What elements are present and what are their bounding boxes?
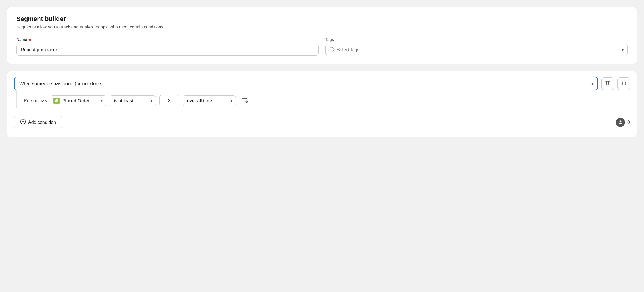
- svg-rect-1: [623, 82, 626, 85]
- add-circle-icon: [20, 119, 26, 126]
- count-value-input[interactable]: [159, 95, 179, 106]
- event-select[interactable]: Placed Order Viewed Product Added to Car…: [51, 95, 106, 106]
- condition-type-wrapper: What someone has done (or not done) Prop…: [14, 77, 598, 90]
- operator-select-wrapper: is at least is at most equals does not e…: [110, 95, 156, 106]
- name-group: Name ★: [16, 37, 319, 56]
- user-count-row: 0: [616, 118, 630, 127]
- form-row: Name ★ Tags Select tags ▾: [16, 37, 628, 56]
- user-count: 0: [627, 120, 630, 125]
- tags-select[interactable]: Select tags: [325, 44, 628, 55]
- filter-add-button[interactable]: [239, 95, 250, 106]
- user-avatar-icon: [616, 118, 625, 127]
- delete-icon: [605, 80, 610, 87]
- condition-top-row: What someone has done (or not done) Prop…: [14, 77, 630, 90]
- condition-type-select[interactable]: What someone has done (or not done) Prop…: [14, 77, 598, 90]
- tags-select-wrapper: Select tags ▾: [325, 44, 628, 55]
- tags-group: Tags Select tags ▾: [325, 37, 628, 55]
- page-title: Segment builder: [16, 15, 628, 23]
- event-select-wrapper: Placed Order Viewed Product Added to Car…: [51, 95, 106, 106]
- delete-condition-button[interactable]: [601, 77, 614, 90]
- duplicate-condition-button[interactable]: [617, 77, 630, 90]
- bottom-row: Add condition 0: [14, 116, 630, 129]
- copy-icon: [621, 80, 626, 87]
- operator-select[interactable]: is at least is at most equals does not e…: [110, 95, 156, 106]
- add-condition-label: Add condition: [28, 120, 56, 125]
- time-select[interactable]: over all time in the last 30 days in the…: [183, 95, 236, 106]
- svg-point-5: [620, 120, 622, 122]
- segment-builder-card: Segment builder Segments allow you to tr…: [7, 7, 637, 64]
- tags-label: Tags: [325, 37, 628, 42]
- time-select-wrapper: over all time in the last 30 days in the…: [183, 95, 236, 106]
- name-label: Name ★: [16, 37, 319, 42]
- condition-card: What someone has done (or not done) Prop…: [7, 71, 637, 137]
- required-indicator: ★: [28, 37, 32, 42]
- condition-body: Person has Placed Order Viewed Product A…: [16, 90, 630, 108]
- page-subtitle: Segments allow you to track and analyze …: [16, 24, 628, 29]
- filter-add-icon: [242, 97, 248, 105]
- name-input[interactable]: [16, 44, 319, 56]
- add-condition-button[interactable]: Add condition: [14, 116, 62, 129]
- condition-row: Person has Placed Order Viewed Product A…: [24, 95, 630, 106]
- person-has-label: Person has: [24, 98, 47, 103]
